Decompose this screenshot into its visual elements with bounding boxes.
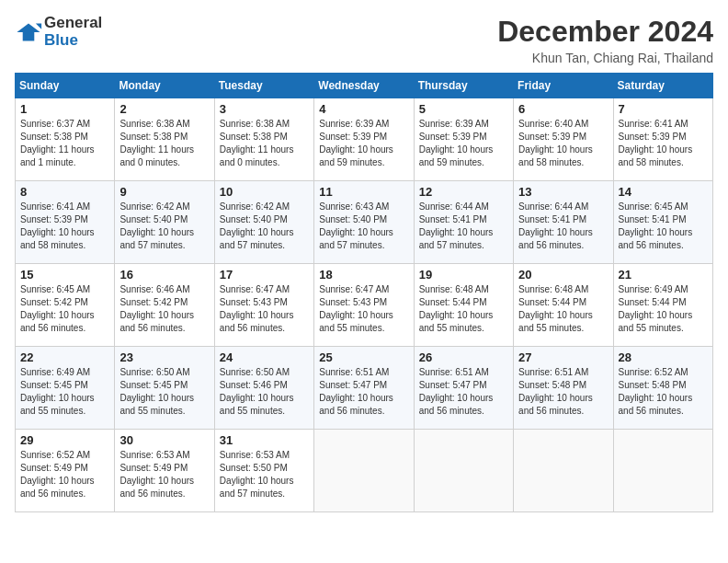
day-info: Sunrise: 6:51 AMSunset: 5:48 PMDaylight:… <box>518 366 608 418</box>
day-info: Sunrise: 6:45 AMSunset: 5:41 PMDaylight:… <box>619 201 708 252</box>
daylight-minutes: and 57 minutes. <box>220 240 285 250</box>
sunrise-text: Sunrise: 6:51 AM <box>319 367 389 377</box>
daylight-minutes: and 57 minutes. <box>419 240 484 250</box>
day-number: 1 <box>20 102 109 116</box>
sunset-text: Sunset: 5:44 PM <box>419 297 487 307</box>
daylight-text: Daylight: 10 hours <box>119 227 194 237</box>
daylight-text: Daylight: 10 hours <box>220 476 294 486</box>
sunset-text: Sunset: 5:45 PM <box>119 380 188 390</box>
sunset-text: Sunset: 5:38 PM <box>119 132 188 142</box>
day-number: 26 <box>419 350 508 364</box>
daylight-text: Daylight: 10 hours <box>20 476 95 486</box>
daylight-text: Daylight: 11 hours <box>20 144 95 155</box>
day-number: 3 <box>220 102 309 116</box>
calendar-cell: 19Sunrise: 6:48 AMSunset: 5:44 PMDayligh… <box>414 264 513 347</box>
daylight-minutes: and 56 minutes. <box>220 323 285 333</box>
sunset-text: Sunset: 5:44 PM <box>518 297 586 307</box>
day-of-week-wednesday: Wednesday <box>314 74 414 98</box>
daylight-text: Daylight: 10 hours <box>319 310 393 320</box>
day-info: Sunrise: 6:41 AMSunset: 5:39 PMDaylight:… <box>20 201 109 252</box>
day-info: Sunrise: 6:39 AMSunset: 5:39 PMDaylight:… <box>319 118 408 169</box>
calendar-week-3: 15Sunrise: 6:45 AMSunset: 5:42 PMDayligh… <box>16 264 713 347</box>
day-number: 4 <box>319 102 408 116</box>
svg-marker-1 <box>36 23 41 29</box>
day-info: Sunrise: 6:46 AMSunset: 5:42 PMDaylight:… <box>119 283 209 335</box>
daylight-text: Daylight: 10 hours <box>619 310 693 320</box>
day-number: 18 <box>319 268 408 282</box>
calendar-cell: 20Sunrise: 6:48 AMSunset: 5:44 PMDayligh… <box>514 264 613 347</box>
logo: General Blue <box>15 15 102 49</box>
daylight-minutes: and 57 minutes. <box>119 240 185 250</box>
calendar-cell <box>613 430 712 512</box>
daylight-text: Daylight: 10 hours <box>419 144 494 155</box>
day-of-week-friday: Friday <box>514 74 613 98</box>
page-header: General Blue December 2024 Khun Tan, Chi… <box>15 15 713 65</box>
title-section: December 2024 Khun Tan, Chiang Rai, Thai… <box>497 15 713 65</box>
calendar-cell: 18Sunrise: 6:47 AMSunset: 5:43 PMDayligh… <box>314 264 414 347</box>
daylight-text: Daylight: 10 hours <box>319 227 393 237</box>
calendar-cell: 15Sunrise: 6:45 AMSunset: 5:42 PMDayligh… <box>16 264 115 347</box>
sunset-text: Sunset: 5:45 PM <box>20 380 88 390</box>
daylight-minutes: and 56 minutes. <box>419 406 484 416</box>
sunrise-text: Sunrise: 6:37 AM <box>20 119 90 129</box>
day-number: 12 <box>419 185 508 199</box>
day-number: 23 <box>119 350 209 364</box>
day-number: 27 <box>518 350 608 364</box>
calendar-week-4: 22Sunrise: 6:49 AMSunset: 5:45 PMDayligh… <box>16 347 713 430</box>
day-info: Sunrise: 6:50 AMSunset: 5:46 PMDaylight:… <box>220 366 309 418</box>
calendar-cell: 3Sunrise: 6:38 AMSunset: 5:38 PMDaylight… <box>214 98 313 181</box>
sunset-text: Sunset: 5:42 PM <box>20 297 88 307</box>
daylight-text: Daylight: 10 hours <box>220 310 294 320</box>
daylight-minutes: and 55 minutes. <box>20 406 85 416</box>
sunset-text: Sunset: 5:39 PM <box>20 214 88 224</box>
sunset-text: Sunset: 5:47 PM <box>319 380 387 390</box>
day-number: 11 <box>319 185 408 199</box>
calendar-cell: 29Sunrise: 6:52 AMSunset: 5:49 PMDayligh… <box>16 430 115 512</box>
day-info: Sunrise: 6:44 AMSunset: 5:41 PMDaylight:… <box>518 201 608 252</box>
day-info: Sunrise: 6:52 AMSunset: 5:49 PMDaylight:… <box>20 449 109 500</box>
daylight-minutes: and 55 minutes. <box>119 406 185 416</box>
sunrise-text: Sunrise: 6:47 AM <box>319 284 389 294</box>
day-number: 13 <box>518 185 608 199</box>
day-number: 20 <box>518 268 608 282</box>
day-number: 14 <box>619 185 708 199</box>
sunrise-text: Sunrise: 6:39 AM <box>319 119 389 129</box>
daylight-minutes: and 56 minutes. <box>518 240 584 250</box>
sunrise-text: Sunrise: 6:49 AM <box>619 284 688 294</box>
day-info: Sunrise: 6:44 AMSunset: 5:41 PMDaylight:… <box>419 201 508 252</box>
day-number: 6 <box>518 102 608 116</box>
logo-blue: Blue <box>44 32 102 50</box>
daylight-text: Daylight: 10 hours <box>220 227 294 237</box>
day-number: 28 <box>619 350 708 364</box>
daylight-text: Daylight: 10 hours <box>419 393 494 403</box>
sunrise-text: Sunrise: 6:45 AM <box>619 201 688 212</box>
sunset-text: Sunset: 5:39 PM <box>319 132 387 142</box>
daylight-minutes: and 56 minutes. <box>518 406 584 416</box>
calendar-cell: 22Sunrise: 6:49 AMSunset: 5:45 PMDayligh… <box>16 347 115 430</box>
daylight-text: Daylight: 10 hours <box>119 393 194 403</box>
calendar-cell: 6Sunrise: 6:40 AMSunset: 5:39 PMDaylight… <box>514 98 613 181</box>
sunset-text: Sunset: 5:43 PM <box>220 297 288 307</box>
daylight-minutes: and 56 minutes. <box>119 488 185 499</box>
daylight-minutes: and 56 minutes. <box>319 406 384 416</box>
logo-icon <box>15 22 42 42</box>
calendar-cell: 14Sunrise: 6:45 AMSunset: 5:41 PMDayligh… <box>613 181 712 264</box>
day-info: Sunrise: 6:51 AMSunset: 5:47 PMDaylight:… <box>419 366 508 418</box>
sunset-text: Sunset: 5:41 PM <box>419 214 487 224</box>
day-info: Sunrise: 6:43 AMSunset: 5:40 PMDaylight:… <box>319 201 408 252</box>
daylight-text: Daylight: 10 hours <box>319 393 393 403</box>
sunrise-text: Sunrise: 6:43 AM <box>319 201 389 212</box>
sunrise-text: Sunrise: 6:38 AM <box>220 119 290 129</box>
day-number: 8 <box>20 185 109 199</box>
calendar-cell: 25Sunrise: 6:51 AMSunset: 5:47 PMDayligh… <box>314 347 414 430</box>
day-info: Sunrise: 6:49 AMSunset: 5:44 PMDaylight:… <box>619 283 708 335</box>
sunset-text: Sunset: 5:41 PM <box>518 214 586 224</box>
daylight-text: Daylight: 10 hours <box>518 227 593 237</box>
sunset-text: Sunset: 5:44 PM <box>619 297 687 307</box>
daylight-text: Daylight: 10 hours <box>220 393 294 403</box>
sunset-text: Sunset: 5:40 PM <box>220 214 288 224</box>
sunrise-text: Sunrise: 6:51 AM <box>419 367 489 377</box>
sunset-text: Sunset: 5:42 PM <box>119 297 188 307</box>
day-of-week-saturday: Saturday <box>613 74 712 98</box>
sunrise-text: Sunrise: 6:50 AM <box>220 367 290 377</box>
